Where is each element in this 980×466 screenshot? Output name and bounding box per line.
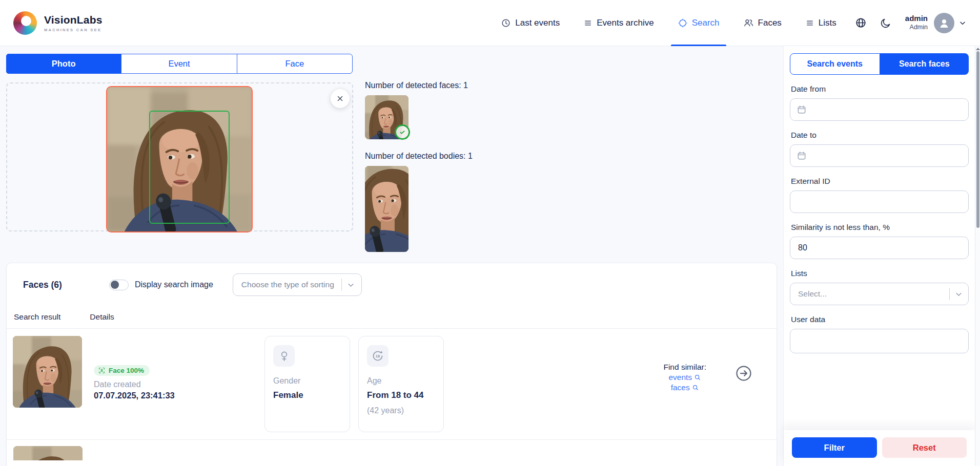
tab-label: Search events [807, 59, 863, 69]
detected-faces-label: Number of detected faces: 1 [365, 81, 580, 90]
svg-text:18: 18 [376, 354, 380, 358]
search-source-tabs: Photo Event Face [6, 54, 353, 74]
tab-label: Event [168, 59, 190, 69]
chevron-down-icon [954, 290, 963, 299]
nav-label: Search [692, 18, 720, 28]
detected-bodies-label: Number of detected bodies: 1 [365, 152, 580, 161]
results-title: Faces (6) [23, 280, 62, 290]
tab-search-events[interactable]: Search events [790, 53, 880, 75]
date-to-input[interactable] [790, 144, 969, 167]
similarity-label: Similarity is not less than, % [791, 223, 969, 232]
user-data-label: User data [791, 315, 969, 324]
user-role: Admin [910, 23, 928, 31]
user-menu-chevron[interactable] [958, 19, 967, 27]
find-similar-events-link[interactable]: events [663, 373, 706, 382]
chevron-down-icon [958, 19, 967, 27]
face-bounding-box [149, 111, 230, 224]
user-data-input[interactable] [790, 329, 969, 353]
list-icon [583, 18, 593, 28]
link-label: faces [671, 383, 690, 392]
age-value: From 18 to 44 [367, 390, 435, 400]
reset-button[interactable]: Reset [882, 437, 967, 458]
photo-dropzone[interactable] [6, 82, 353, 231]
filter-button[interactable]: Filter [792, 437, 877, 458]
nav-events-archive[interactable]: Events archive [571, 0, 666, 46]
link-label: events [668, 373, 692, 382]
user-name: admin [905, 14, 928, 23]
sorting-dropdown[interactable]: Choose the type of sorting [233, 273, 362, 296]
brand-name: VisionLabs [44, 14, 103, 26]
external-id-label: External ID [791, 177, 969, 186]
nav-lists[interactable]: Lists [793, 0, 848, 46]
language-globe-button[interactable] [848, 17, 873, 29]
scrollbar-up-arrow-icon[interactable] [976, 48, 980, 50]
gender-card: Gender Female [264, 336, 350, 432]
lists-select[interactable]: Select... [790, 283, 969, 305]
chevron-down-icon [346, 281, 355, 289]
tab-photo[interactable]: Photo [6, 54, 121, 74]
age-detail: (42 years) [367, 406, 435, 415]
open-result-button[interactable] [734, 364, 753, 383]
external-id-input[interactable] [790, 190, 969, 213]
check-circle-icon [395, 124, 410, 140]
close-icon [336, 95, 344, 102]
calendar-icon [797, 104, 807, 115]
user-info: admin Admin [905, 14, 928, 31]
badge-label: Face 100% [109, 367, 144, 374]
brand: VisionLabs MACHINES CAN SEE [13, 11, 103, 35]
tab-details[interactable]: Details [90, 312, 114, 328]
face-similarity-badge: Face 100% [94, 365, 150, 376]
nav-last-events[interactable]: Last events [489, 0, 571, 46]
detected-body-thumbnail[interactable] [365, 166, 409, 252]
dark-mode-button[interactable] [873, 17, 898, 29]
tab-search-result[interactable]: Search result [14, 312, 60, 328]
toggle-switch[interactable] [109, 280, 129, 290]
age-card: 18 Age From 18 to 44 (42 years) [358, 336, 444, 432]
display-search-image-toggle[interactable]: Display search image [109, 280, 213, 290]
tab-search-faces[interactable]: Search faces [880, 53, 969, 75]
nav-label: Faces [758, 18, 782, 28]
visionlabs-logo-icon [13, 11, 37, 35]
scrollbar-thumb[interactable] [976, 51, 979, 228]
date-created-value: 07.07.2025, 23:41:33 [94, 391, 264, 400]
find-similar-block: Find similar: events faces [663, 336, 706, 392]
detections-panel: Number of detected faces: 1 Number of de… [365, 81, 580, 252]
similarity-input[interactable] [790, 237, 969, 259]
date-from-input[interactable] [790, 98, 969, 121]
people-icon [743, 17, 754, 28]
female-icon [273, 345, 295, 367]
arrow-right-circle-icon [734, 364, 753, 383]
result-row: Face 100% Date created 07.07.2025, 23:41… [7, 329, 777, 439]
app-header: VisionLabs MACHINES CAN SEE Last events … [0, 0, 980, 46]
find-similar-label: Find similar: [663, 363, 706, 372]
calendar-icon [797, 151, 807, 161]
tab-label: Face [285, 59, 304, 69]
divider [341, 279, 342, 291]
tab-event[interactable]: Event [121, 54, 236, 73]
tab-label: Search faces [899, 59, 950, 69]
magnifier-icon [692, 384, 699, 391]
remove-photo-button[interactable] [331, 89, 350, 108]
crosshair-icon [678, 18, 688, 28]
date-from-label: Date from [791, 84, 969, 94]
sidebar-tabs: Search events Search faces [790, 53, 969, 75]
nav-label: Lists [819, 18, 836, 28]
age-label: Age [367, 376, 435, 386]
magnifier-icon [694, 374, 701, 381]
result-face-thumbnail[interactable] [13, 446, 83, 460]
date-created-label: Date created [94, 380, 264, 389]
result-tabs: Search result Details [7, 312, 777, 328]
tab-face[interactable]: Face [237, 54, 352, 73]
globe-icon [855, 17, 867, 29]
result-row [7, 440, 777, 460]
user-avatar[interactable] [934, 13, 954, 33]
result-face-thumbnail[interactable] [13, 336, 82, 408]
results-card: Faces (6) Display search image Choose th… [6, 263, 777, 466]
sidebar-footer: Filter Reset [784, 430, 975, 466]
find-similar-faces-link[interactable]: faces [663, 383, 706, 392]
uploaded-photo [106, 86, 253, 232]
nav-faces[interactable]: Faces [731, 0, 793, 46]
nav-search[interactable]: Search [666, 0, 731, 46]
page-scrollbar [975, 46, 980, 466]
lists-placeholder: Select... [798, 289, 946, 299]
